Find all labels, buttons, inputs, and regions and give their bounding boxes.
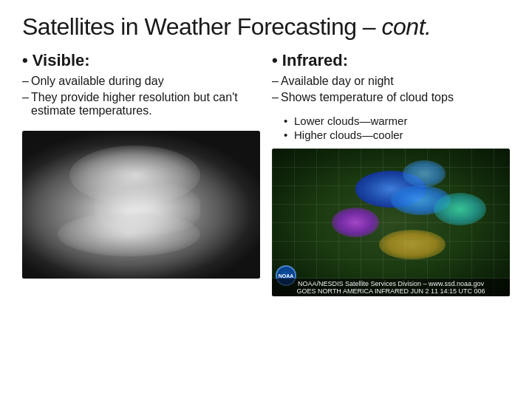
- visible-column: • Visible: Only available during day The…: [22, 51, 260, 386]
- title-italic: – cont.: [363, 13, 432, 40]
- visible-cloud-3: [58, 212, 200, 256]
- infrared-bullets: Available day or night Shows temperature…: [272, 75, 510, 107]
- slide: Satellites in Weather Forecasting – cont…: [0, 0, 532, 399]
- ir-caption: NOAA/NESDIS Satellite Services Division …: [272, 279, 510, 296]
- infrared-image-container: NOAA NOAA/NESDIS Satellite Services Divi…: [272, 149, 510, 386]
- infrared-bullet-1: Available day or night: [272, 75, 510, 88]
- ir-blob-4: [434, 193, 486, 225]
- infrared-header: • Infrared:: [272, 51, 510, 70]
- infrared-column: • Infrared: Available day or night Shows…: [272, 51, 510, 386]
- ir-caption-line2: GOES NORTH AMERICA INFRARED JUN 2 11 14:…: [276, 287, 506, 295]
- visible-bullet-1: Only available during day: [22, 75, 260, 88]
- visible-bullet-2: They provide higher resolution but can't…: [22, 91, 260, 117]
- visible-header: • Visible:: [22, 51, 260, 70]
- infrared-satellite-image: NOAA NOAA/NESDIS Satellite Services Divi…: [272, 149, 510, 296]
- content-row: • Visible: Only available during day The…: [22, 51, 510, 386]
- visible-image-inner: [22, 131, 260, 279]
- ir-blob-6: [403, 160, 446, 187]
- ir-caption-line1: NOAA/NESDIS Satellite Services Division …: [276, 280, 506, 287]
- visible-image-container: [22, 131, 260, 386]
- ir-base: NOAA: [272, 149, 510, 296]
- ir-blob-5: [379, 230, 446, 259]
- slide-title: Satellites in Weather Forecasting – cont…: [22, 13, 510, 41]
- infrared-sub-bullet-2: Higher clouds—cooler: [284, 129, 510, 141]
- infrared-bullet-2: Shows temperature of cloud tops: [272, 91, 510, 104]
- title-normal: Satellites in Weather Forecasting: [22, 13, 356, 40]
- visible-bullets: Only available during day They provide h…: [22, 75, 260, 120]
- infrared-sub-bullets: Lower clouds—warmer Higher clouds—cooler: [284, 115, 510, 143]
- ir-blob-3: [332, 208, 379, 237]
- visible-satellite-image: [22, 131, 260, 279]
- infrared-sub-bullet-1: Lower clouds—warmer: [284, 115, 510, 127]
